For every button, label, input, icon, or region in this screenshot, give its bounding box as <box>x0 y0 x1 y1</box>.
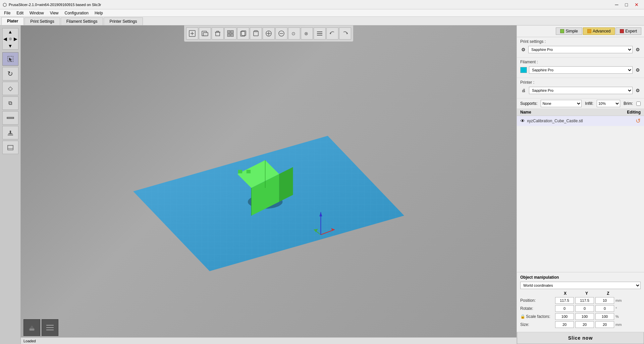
add-generic-button[interactable] <box>263 27 275 40</box>
scale-lock-icon[interactable]: 🔒 <box>520 314 525 319</box>
position-x-input[interactable] <box>555 297 574 304</box>
nav-center-icon: ⊕ <box>9 37 12 41</box>
supports-select[interactable]: None Support on build plate only Everywh… <box>541 100 582 107</box>
supports-infill-row: Supports: None Support on build plate on… <box>517 98 644 109</box>
print-settings-edit-icon[interactable]: ⚙ <box>635 47 641 53</box>
print-settings-gear-icon[interactable]: ⚙ <box>520 47 526 53</box>
printer-section: Printer : 🖨 Sapphire Pro ⚙ <box>517 78 644 98</box>
3d-scene <box>21 42 517 344</box>
filament-label-row: Filament : <box>520 60 641 64</box>
menu-configuration[interactable]: Configuration <box>62 10 91 16</box>
simple-mode-button[interactable]: Simple <box>556 27 582 35</box>
maximize-button[interactable]: □ <box>623 1 631 8</box>
menu-file[interactable]: File <box>1 10 13 16</box>
tab-filament-settings[interactable]: Filament Settings <box>61 17 103 25</box>
infill-label: Infill: <box>585 101 593 106</box>
printer-select[interactable]: Sapphire Pro <box>529 87 633 94</box>
menu-view[interactable]: View <box>47 10 61 16</box>
object-edit-icon[interactable]: ↺ <box>636 117 641 125</box>
filament-select-row: Sapphire Pro ⚙ <box>520 66 641 74</box>
split-objects-button[interactable]: ⊙ <box>288 27 300 40</box>
tab-print-settings[interactable]: Print Settings <box>24 17 60 25</box>
col-name-header: Name <box>520 110 614 115</box>
rotate-z-input[interactable] <box>595 305 614 312</box>
titlebar: ⬡ PrusaSlicer-2.1.0+win64-201909160915 b… <box>0 0 644 9</box>
statusbar: Loaded <box>21 337 517 344</box>
coord-system-select[interactable]: World coordinates Local coordinates <box>520 282 641 289</box>
scale-tool-button[interactable]: ◇ <box>2 82 18 95</box>
print-settings-section: Print settings : ⚙ Sapphire Pro ⚙ <box>517 37 644 58</box>
layers-view-button[interactable] <box>42 319 58 336</box>
expert-mode-button[interactable]: Expert <box>615 27 641 35</box>
svg-rect-19 <box>227 34 230 37</box>
redo-button[interactable] <box>339 27 351 40</box>
list-item[interactable]: 👁 xyzCalibration_Cube_Castle.stl ↺ <box>517 116 644 126</box>
z-axis-label: Z <box>598 291 618 296</box>
filament-edit-icon[interactable]: ⚙ <box>635 67 641 73</box>
menu-window[interactable]: Window <box>27 10 47 16</box>
position-z-input[interactable] <box>595 297 614 304</box>
copy-button[interactable] <box>237 27 249 40</box>
close-button[interactable]: ✕ <box>632 1 641 8</box>
scale-x-input[interactable] <box>555 313 574 320</box>
rotate-tool-button[interactable]: ↻ <box>2 67 18 80</box>
expert-mode-label: Expert <box>625 29 637 33</box>
left-toolbar: ▲ ◀ ▶ ▼ ⊕ ↻ ◇ ⧉ <box>0 25 21 344</box>
object-list-header: Name Editing <box>517 109 644 116</box>
menu-help[interactable]: Help <box>92 10 106 16</box>
position-y-input[interactable] <box>575 297 594 304</box>
scale-z-input[interactable] <box>595 313 614 320</box>
arrange-button[interactable] <box>224 27 236 40</box>
main-layout: ▲ ◀ ▶ ▼ ⊕ ↻ ◇ ⧉ <box>0 25 644 344</box>
tab-printer-settings[interactable]: Printer Settings <box>104 17 143 25</box>
infill-select[interactable]: 5% 10% 15% 20% <box>597 100 620 107</box>
rotate-y-input[interactable] <box>575 305 594 312</box>
remove-instance-button[interactable] <box>275 27 287 40</box>
advanced-mode-indicator <box>587 29 591 33</box>
select-icon <box>7 55 14 63</box>
mode-buttons: Simple Advanced Expert <box>517 25 644 37</box>
visibility-icon[interactable]: 👁 <box>520 118 527 124</box>
nav-right-icon: ▶ <box>14 36 17 42</box>
support-icon <box>6 129 14 137</box>
slice-now-button[interactable]: Slice now <box>517 332 644 344</box>
split-instances-button[interactable]: ⊗ <box>301 27 313 40</box>
svg-rect-8 <box>8 149 13 150</box>
menu-edit[interactable]: Edit <box>14 10 26 16</box>
undo-button[interactable] <box>326 27 338 40</box>
print-settings-select[interactable]: Sapphire Pro <box>528 46 633 53</box>
paste-button[interactable] <box>250 27 262 40</box>
add-object-button[interactable] <box>186 27 198 40</box>
filament-color-swatch[interactable] <box>520 67 527 73</box>
size-y-input[interactable] <box>575 321 594 328</box>
svg-rect-41 <box>30 329 34 331</box>
tab-plater[interactable]: Plater <box>1 17 24 25</box>
position-row: Position: mm <box>520 297 641 304</box>
flatten-tool-button[interactable]: ⧉ <box>2 96 18 110</box>
print-settings-label: Print settings : <box>520 39 546 44</box>
add-instance-button[interactable] <box>199 27 211 40</box>
printer-edit-icon[interactable]: ⚙ <box>635 87 641 93</box>
titlebar-left: ⬡ PrusaSlicer-2.1.0+win64-201909160915 b… <box>3 2 101 7</box>
advanced-mode-label: Advanced <box>593 29 610 33</box>
delete-button[interactable] <box>212 27 224 40</box>
printer-icon: 🖨 <box>520 87 527 93</box>
size-x-input[interactable] <box>555 321 574 328</box>
navigation-widget[interactable]: ▲ ◀ ▶ ▼ ⊕ <box>2 28 18 50</box>
menu-button[interactable] <box>314 27 326 40</box>
titlebar-controls[interactable]: ─ □ ✕ <box>612 1 641 8</box>
advanced-mode-button[interactable]: Advanced <box>583 27 615 35</box>
size-z-input[interactable] <box>595 321 614 328</box>
viewport[interactable]: ⊙ ⊗ <box>21 25 517 344</box>
rotate-x-input[interactable] <box>555 305 574 312</box>
svg-rect-6 <box>8 135 13 135</box>
support-tool-button[interactable] <box>2 126 18 139</box>
3d-view-button[interactable] <box>23 319 40 336</box>
scale-y-input[interactable] <box>575 313 594 320</box>
brim-checkbox[interactable] <box>636 101 641 106</box>
minimize-button[interactable]: ─ <box>612 1 621 8</box>
cut-tool-button[interactable] <box>2 111 18 125</box>
select-tool-button[interactable] <box>2 52 18 66</box>
seam-tool-button[interactable] <box>2 141 18 154</box>
filament-select[interactable]: Sapphire Pro <box>529 66 633 74</box>
